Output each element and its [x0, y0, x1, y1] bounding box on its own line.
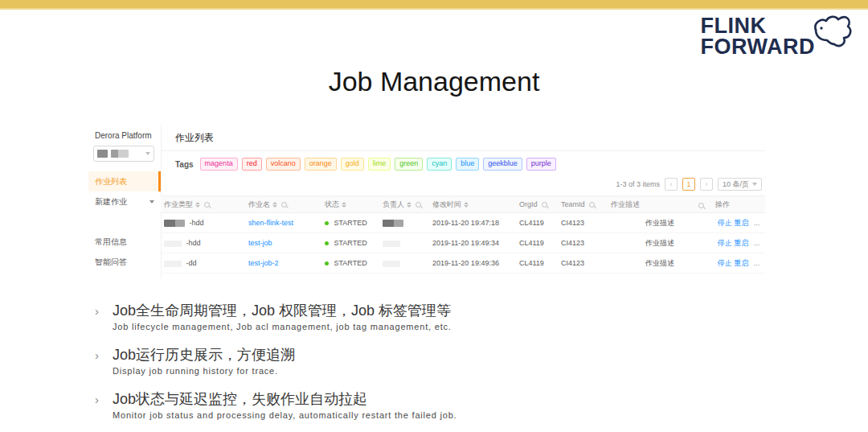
list-item: › Job状态与延迟监控，失败作业自动拉起 Monitor job status… [95, 389, 457, 420]
col-actions: 操作 [712, 196, 765, 213]
tag-lime[interactable]: lime [368, 158, 391, 171]
more-actions-icon[interactable]: ... [754, 259, 760, 267]
sidebar-item-redacted[interactable] [88, 212, 161, 232]
tag-magenta[interactable]: magenta [200, 158, 238, 171]
sidebar-item-label: 新建作业 [95, 197, 127, 206]
bullet-en-text: Job lifecycle management, Job acl manage… [113, 322, 457, 331]
sidebar-item-smart-qa[interactable]: 智能问答 [88, 252, 161, 272]
bullet-zh-text: Job运行历史展示，方便追溯 [113, 345, 295, 364]
col-owner[interactable]: 负责人 [379, 196, 429, 213]
job-name-link[interactable]: test-job-2 [248, 259, 279, 267]
pagination-summary: 1-3 of 3 items [616, 180, 660, 188]
status-badge: STARTED [334, 259, 367, 267]
main-content: 作业列表 Tags magentaredvolcanoorangegoldlim… [161, 125, 765, 279]
current-page-button[interactable]: 1 [682, 178, 695, 191]
redacted-block [97, 150, 108, 158]
col-job-type[interactable]: 作业类型 [161, 196, 245, 213]
list-item: › Job运行历史展示，方便追溯 Display job running his… [95, 345, 457, 376]
cell-job-name: shen-flink-test [245, 213, 321, 233]
stop-link[interactable]: 停止 [718, 219, 732, 227]
bullet-en-text: Display job running history for trace. [113, 366, 457, 376]
search-icon[interactable] [416, 202, 421, 208]
cell-orgid: CL4119 [516, 253, 558, 274]
cell-owner [379, 233, 429, 253]
bullet-zh-text: Job全生命周期管理，Job 权限管理，Job 标签管理等 [113, 301, 451, 320]
bullet-arrow-icon: › [95, 393, 113, 406]
cell-job-type: -hdd [161, 233, 245, 253]
status-badge: STARTED [334, 239, 367, 247]
sidebar-item-label: 智能问答 [95, 257, 127, 266]
col-status[interactable]: 状态 [321, 196, 379, 213]
table-header-row: 作业类型 作业名 状态 负责人 修 [161, 196, 765, 213]
tag-red[interactable]: red [242, 158, 262, 171]
job-name-link[interactable]: test-job [248, 239, 272, 247]
chevron-down-icon [145, 152, 150, 155]
sidebar-item-new-job[interactable]: 新建作业 [88, 191, 161, 212]
col-desc[interactable]: 作业描述 [608, 196, 712, 213]
col-orgid[interactable]: OrgId [516, 196, 558, 213]
more-actions-icon[interactable]: ... [754, 219, 760, 227]
workspace-select[interactable] [93, 146, 154, 162]
cell-teamid: CI4123 [558, 253, 608, 274]
next-page-button[interactable]: › [700, 178, 713, 191]
search-icon[interactable] [204, 202, 210, 208]
cell-job-name: test-job-2 [245, 253, 321, 274]
bullet-arrow-icon: › [95, 304, 113, 318]
stop-link[interactable]: 停止 [718, 239, 732, 247]
sort-icon[interactable] [272, 202, 277, 208]
search-icon[interactable] [589, 202, 595, 208]
search-icon[interactable] [281, 202, 287, 208]
more-actions-icon[interactable]: ... [754, 239, 760, 247]
cell-modified: 2019-11-20 19:49:36 [429, 253, 516, 274]
tag-green[interactable]: green [395, 158, 423, 171]
redacted-block [383, 261, 400, 267]
cell-orgid: CL4119 [516, 233, 558, 253]
sidebar: Derora Platform 作业列表 新建作业 常用信息 [88, 125, 162, 279]
restart-link[interactable]: 重启 [734, 259, 748, 267]
sort-icon[interactable] [342, 202, 346, 208]
top-accent-bar [0, 0, 868, 10]
sidebar-item-job-list[interactable]: 作业列表 [88, 171, 161, 191]
page-size-label: 10 条/页 [723, 179, 749, 190]
tag-cyan[interactable]: cyan [427, 158, 452, 171]
app-screenshot: Derora Platform 作业列表 新建作业 常用信息 [88, 125, 765, 279]
col-teamid[interactable]: TeamId [558, 196, 608, 213]
cell-owner [379, 253, 429, 274]
cell-owner [379, 213, 429, 233]
restart-link[interactable]: 重启 [734, 219, 748, 227]
status-dot-icon [325, 261, 329, 265]
restart-link[interactable]: 重启 [734, 239, 748, 247]
tags-list: magentaredvolcanoorangegoldlimegreencyan… [200, 158, 560, 171]
col-job-name[interactable]: 作业名 [245, 196, 321, 213]
page-title: 作业列表 [161, 125, 765, 151]
tag-geekblue[interactable]: geekblue [483, 158, 522, 171]
tag-purple[interactable]: purple [526, 158, 556, 171]
col-modified[interactable]: 修改时间 [429, 196, 516, 213]
logo-line2: FORWARD [701, 37, 816, 58]
cell-orgid: CL4119 [516, 213, 558, 233]
tag-volcano[interactable]: volcano [266, 158, 301, 171]
cell-teamid: CI4123 [558, 233, 608, 253]
sort-icon[interactable] [195, 202, 200, 208]
search-icon[interactable] [698, 203, 704, 208]
redacted-block [164, 261, 182, 267]
tag-blue[interactable]: blue [456, 158, 479, 171]
bullet-list: › Job全生命周期管理，Job 权限管理，Job 标签管理等 Job life… [95, 301, 457, 432]
bullet-zh-text: Job状态与延迟监控，失败作业自动拉起 [113, 389, 367, 409]
search-icon[interactable] [542, 202, 547, 208]
cell-desc: 作业描述 [608, 253, 712, 274]
sidebar-item-common-info[interactable]: 常用信息 [88, 232, 161, 252]
cell-teamid: CI4123 [558, 213, 608, 233]
sort-icon[interactable] [407, 202, 411, 208]
cell-job-type: -hdd [161, 213, 245, 233]
job-name-link[interactable]: shen-flink-test [248, 219, 293, 227]
page-size-select[interactable]: 10 条/页 [718, 178, 762, 191]
sort-icon[interactable] [464, 202, 469, 208]
stop-link[interactable]: 停止 [718, 259, 732, 267]
slide-canvas: FLINK FORWARD Job Management Derora Plat… [0, 0, 868, 432]
cell-actions: 停止 重启 ... [712, 213, 765, 233]
tag-gold[interactable]: gold [341, 158, 364, 171]
prev-page-button[interactable]: ‹ [665, 178, 678, 191]
redacted-block [383, 220, 403, 227]
tag-orange[interactable]: orange [305, 158, 337, 171]
